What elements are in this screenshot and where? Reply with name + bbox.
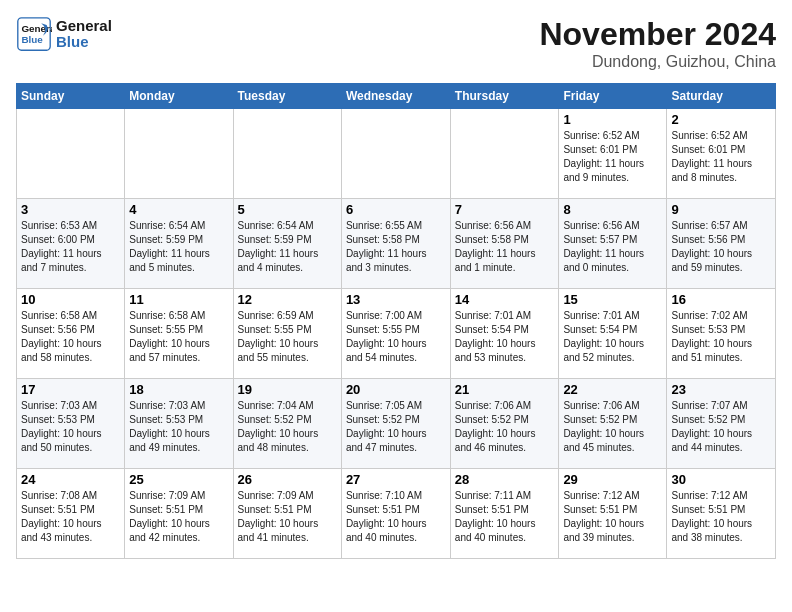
day-info: Sunrise: 7:12 AM Sunset: 5:51 PM Dayligh…	[563, 489, 662, 545]
logo: General Blue General Blue	[16, 16, 112, 52]
day-number: 10	[21, 292, 120, 307]
calendar-cell: 8Sunrise: 6:56 AM Sunset: 5:57 PM Daylig…	[559, 199, 667, 289]
calendar-cell: 6Sunrise: 6:55 AM Sunset: 5:58 PM Daylig…	[341, 199, 450, 289]
calendar-cell: 21Sunrise: 7:06 AM Sunset: 5:52 PM Dayli…	[450, 379, 559, 469]
day-number: 17	[21, 382, 120, 397]
calendar-cell: 15Sunrise: 7:01 AM Sunset: 5:54 PM Dayli…	[559, 289, 667, 379]
day-info: Sunrise: 7:06 AM Sunset: 5:52 PM Dayligh…	[455, 399, 555, 455]
day-info: Sunrise: 6:58 AM Sunset: 5:56 PM Dayligh…	[21, 309, 120, 365]
calendar-cell: 14Sunrise: 7:01 AM Sunset: 5:54 PM Dayli…	[450, 289, 559, 379]
day-info: Sunrise: 7:05 AM Sunset: 5:52 PM Dayligh…	[346, 399, 446, 455]
day-number: 28	[455, 472, 555, 487]
calendar-cell: 29Sunrise: 7:12 AM Sunset: 5:51 PM Dayli…	[559, 469, 667, 559]
calendar-cell: 24Sunrise: 7:08 AM Sunset: 5:51 PM Dayli…	[17, 469, 125, 559]
day-info: Sunrise: 7:07 AM Sunset: 5:52 PM Dayligh…	[671, 399, 771, 455]
weekday-header-friday: Friday	[559, 84, 667, 109]
day-info: Sunrise: 6:58 AM Sunset: 5:55 PM Dayligh…	[129, 309, 228, 365]
weekday-header-monday: Monday	[125, 84, 233, 109]
day-number: 15	[563, 292, 662, 307]
day-info: Sunrise: 6:52 AM Sunset: 6:01 PM Dayligh…	[671, 129, 771, 185]
day-info: Sunrise: 6:52 AM Sunset: 6:01 PM Dayligh…	[563, 129, 662, 185]
calendar-cell: 10Sunrise: 6:58 AM Sunset: 5:56 PM Dayli…	[17, 289, 125, 379]
day-number: 14	[455, 292, 555, 307]
day-number: 6	[346, 202, 446, 217]
day-number: 21	[455, 382, 555, 397]
day-number: 1	[563, 112, 662, 127]
header: General Blue General Blue November 2024 …	[16, 16, 776, 71]
day-info: Sunrise: 7:06 AM Sunset: 5:52 PM Dayligh…	[563, 399, 662, 455]
day-info: Sunrise: 6:56 AM Sunset: 5:57 PM Dayligh…	[563, 219, 662, 275]
day-info: Sunrise: 7:10 AM Sunset: 5:51 PM Dayligh…	[346, 489, 446, 545]
day-number: 11	[129, 292, 228, 307]
calendar-cell: 27Sunrise: 7:10 AM Sunset: 5:51 PM Dayli…	[341, 469, 450, 559]
day-number: 7	[455, 202, 555, 217]
calendar-cell: 18Sunrise: 7:03 AM Sunset: 5:53 PM Dayli…	[125, 379, 233, 469]
calendar-cell: 5Sunrise: 6:54 AM Sunset: 5:59 PM Daylig…	[233, 199, 341, 289]
day-info: Sunrise: 7:09 AM Sunset: 5:51 PM Dayligh…	[238, 489, 337, 545]
calendar-cell: 9Sunrise: 6:57 AM Sunset: 5:56 PM Daylig…	[667, 199, 776, 289]
day-number: 9	[671, 202, 771, 217]
logo-blue: Blue	[56, 34, 112, 51]
day-number: 29	[563, 472, 662, 487]
day-info: Sunrise: 7:01 AM Sunset: 5:54 PM Dayligh…	[563, 309, 662, 365]
day-info: Sunrise: 6:54 AM Sunset: 5:59 PM Dayligh…	[238, 219, 337, 275]
day-number: 25	[129, 472, 228, 487]
week-row-1: 1Sunrise: 6:52 AM Sunset: 6:01 PM Daylig…	[17, 109, 776, 199]
week-row-2: 3Sunrise: 6:53 AM Sunset: 6:00 PM Daylig…	[17, 199, 776, 289]
month-title: November 2024	[539, 16, 776, 53]
day-number: 20	[346, 382, 446, 397]
calendar-table: SundayMondayTuesdayWednesdayThursdayFrid…	[16, 83, 776, 559]
weekday-header-row: SundayMondayTuesdayWednesdayThursdayFrid…	[17, 84, 776, 109]
day-number: 30	[671, 472, 771, 487]
title-area: November 2024 Dundong, Guizhou, China	[539, 16, 776, 71]
day-info: Sunrise: 6:54 AM Sunset: 5:59 PM Dayligh…	[129, 219, 228, 275]
day-number: 4	[129, 202, 228, 217]
calendar-cell: 22Sunrise: 7:06 AM Sunset: 5:52 PM Dayli…	[559, 379, 667, 469]
weekday-header-tuesday: Tuesday	[233, 84, 341, 109]
svg-text:Blue: Blue	[21, 34, 43, 45]
day-number: 26	[238, 472, 337, 487]
calendar-cell: 23Sunrise: 7:07 AM Sunset: 5:52 PM Dayli…	[667, 379, 776, 469]
calendar-cell: 3Sunrise: 6:53 AM Sunset: 6:00 PM Daylig…	[17, 199, 125, 289]
calendar-cell: 2Sunrise: 6:52 AM Sunset: 6:01 PM Daylig…	[667, 109, 776, 199]
logo-icon: General Blue	[16, 16, 52, 52]
day-info: Sunrise: 6:59 AM Sunset: 5:55 PM Dayligh…	[238, 309, 337, 365]
day-number: 19	[238, 382, 337, 397]
day-info: Sunrise: 7:01 AM Sunset: 5:54 PM Dayligh…	[455, 309, 555, 365]
calendar-cell	[233, 109, 341, 199]
day-info: Sunrise: 7:03 AM Sunset: 5:53 PM Dayligh…	[129, 399, 228, 455]
day-number: 23	[671, 382, 771, 397]
day-info: Sunrise: 7:03 AM Sunset: 5:53 PM Dayligh…	[21, 399, 120, 455]
day-number: 12	[238, 292, 337, 307]
day-info: Sunrise: 6:57 AM Sunset: 5:56 PM Dayligh…	[671, 219, 771, 275]
day-info: Sunrise: 7:09 AM Sunset: 5:51 PM Dayligh…	[129, 489, 228, 545]
day-number: 22	[563, 382, 662, 397]
calendar-cell: 25Sunrise: 7:09 AM Sunset: 5:51 PM Dayli…	[125, 469, 233, 559]
day-info: Sunrise: 7:02 AM Sunset: 5:53 PM Dayligh…	[671, 309, 771, 365]
week-row-5: 24Sunrise: 7:08 AM Sunset: 5:51 PM Dayli…	[17, 469, 776, 559]
calendar-cell: 20Sunrise: 7:05 AM Sunset: 5:52 PM Dayli…	[341, 379, 450, 469]
logo-text: General	[56, 18, 112, 35]
week-row-3: 10Sunrise: 6:58 AM Sunset: 5:56 PM Dayli…	[17, 289, 776, 379]
day-number: 16	[671, 292, 771, 307]
calendar-cell: 30Sunrise: 7:12 AM Sunset: 5:51 PM Dayli…	[667, 469, 776, 559]
calendar-cell: 4Sunrise: 6:54 AM Sunset: 5:59 PM Daylig…	[125, 199, 233, 289]
calendar-cell: 12Sunrise: 6:59 AM Sunset: 5:55 PM Dayli…	[233, 289, 341, 379]
calendar-cell	[450, 109, 559, 199]
week-row-4: 17Sunrise: 7:03 AM Sunset: 5:53 PM Dayli…	[17, 379, 776, 469]
day-info: Sunrise: 7:12 AM Sunset: 5:51 PM Dayligh…	[671, 489, 771, 545]
day-number: 8	[563, 202, 662, 217]
calendar-cell: 19Sunrise: 7:04 AM Sunset: 5:52 PM Dayli…	[233, 379, 341, 469]
day-info: Sunrise: 7:00 AM Sunset: 5:55 PM Dayligh…	[346, 309, 446, 365]
day-number: 13	[346, 292, 446, 307]
weekday-header-saturday: Saturday	[667, 84, 776, 109]
calendar-cell	[341, 109, 450, 199]
day-info: Sunrise: 7:08 AM Sunset: 5:51 PM Dayligh…	[21, 489, 120, 545]
day-info: Sunrise: 7:11 AM Sunset: 5:51 PM Dayligh…	[455, 489, 555, 545]
weekday-header-sunday: Sunday	[17, 84, 125, 109]
calendar-cell	[125, 109, 233, 199]
location-title: Dundong, Guizhou, China	[539, 53, 776, 71]
day-number: 3	[21, 202, 120, 217]
weekday-header-thursday: Thursday	[450, 84, 559, 109]
day-number: 27	[346, 472, 446, 487]
